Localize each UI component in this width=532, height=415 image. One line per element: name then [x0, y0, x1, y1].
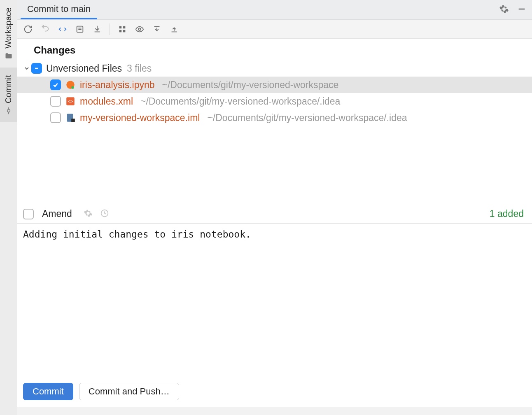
file-path: ~/Documents/git/my-versioned-workspace [162, 79, 339, 91]
changes-toolbar [17, 20, 532, 39]
folder-icon [5, 52, 13, 60]
commit-history-icon[interactable] [100, 209, 109, 219]
svg-point-12 [138, 28, 141, 30]
svg-rect-23 [71, 119, 75, 122]
diff-button[interactable] [55, 22, 70, 37]
rail-label-workspace: Workspace [4, 7, 13, 49]
commit-icon [5, 107, 13, 115]
file-row[interactable]: <> modules.xml ~/Documents/git/my-versio… [17, 93, 532, 110]
file-name: modules.xml [80, 96, 133, 107]
file-checkbox[interactable] [50, 79, 61, 90]
svg-point-19 [71, 86, 74, 89]
rail-item-workspace[interactable]: Workspace [0, 0, 17, 68]
file-row[interactable]: my-versioned-workspace.iml ~/Documents/g… [17, 110, 532, 126]
tab-commit-to-main[interactable]: Commit to main [21, 0, 97, 19]
jupyter-file-icon [65, 79, 76, 90]
view-options-button[interactable] [132, 22, 147, 37]
chevron-down-icon[interactable] [22, 65, 31, 72]
file-name: iris-analysis.ipynb [80, 79, 155, 91]
commit-tool-window: Commit to main Changes [17, 0, 532, 415]
commit-options-gear-icon[interactable] [84, 209, 93, 219]
commit-message-input[interactable]: Adding initial changes to iris notebook. [17, 224, 532, 380]
group-count: 3 files [127, 63, 152, 74]
expand-all-button[interactable] [149, 22, 164, 37]
tab-title: Commit to main [27, 4, 91, 14]
file-checkbox[interactable] [50, 112, 61, 123]
file-path: ~/Documents/git/my-versioned-workspace/.… [140, 96, 340, 107]
file-row[interactable]: iris-analysis.ipynb ~/Documents/git/my-v… [17, 77, 532, 93]
group-label: Unversioned Files [46, 63, 122, 74]
svg-rect-9 [123, 26, 126, 28]
group-by-button[interactable] [115, 22, 130, 37]
group-checkbox[interactable] [31, 63, 42, 74]
rail-item-commit[interactable]: Commit [0, 68, 17, 122]
commit-and-push-button[interactable]: Commit and Push… [79, 383, 179, 400]
tool-window-rail: Workspace Commit [0, 0, 17, 415]
file-checkbox[interactable] [50, 96, 61, 107]
file-name: my-versioned-workspace.iml [80, 112, 200, 124]
group-row-unversioned[interactable]: Unversioned Files 3 files [17, 60, 532, 77]
changes-tree: Changes Unversioned Files 3 files iris-a… [17, 39, 532, 205]
collapse-all-button[interactable] [167, 22, 182, 37]
amend-checkbox[interactable] [23, 209, 34, 219]
refresh-button[interactable] [21, 22, 35, 37]
svg-text:<>: <> [68, 99, 73, 104]
gear-icon[interactable] [499, 4, 509, 15]
commit-button-bar: Commit Commit and Push… [17, 381, 532, 407]
commit-button[interactable]: Commit [23, 383, 73, 400]
amend-bar: Amend 1 added [17, 205, 532, 224]
file-path: ~/Documents/git/my-versioned-workspace/.… [207, 112, 407, 124]
status-strip [17, 407, 532, 415]
svg-rect-10 [119, 30, 122, 32]
iml-file-icon [65, 112, 76, 123]
rail-label-commit: Commit [4, 75, 13, 103]
svg-point-0 [7, 109, 10, 112]
tab-bar: Commit to main [17, 0, 532, 20]
commit-message-area: Adding initial changes to iris notebook. [17, 224, 532, 381]
rollback-button[interactable] [38, 22, 53, 37]
minimize-icon[interactable] [517, 5, 526, 15]
amend-label: Amend [42, 208, 72, 219]
svg-rect-11 [123, 30, 126, 32]
svg-rect-8 [119, 26, 122, 28]
toolbar-separator [110, 23, 110, 35]
changes-header: Changes [17, 42, 532, 60]
xml-file-icon: <> [65, 96, 76, 107]
shelve-button[interactable] [90, 22, 105, 37]
changelist-button[interactable] [72, 22, 87, 37]
status-added: 1 added [490, 208, 526, 219]
